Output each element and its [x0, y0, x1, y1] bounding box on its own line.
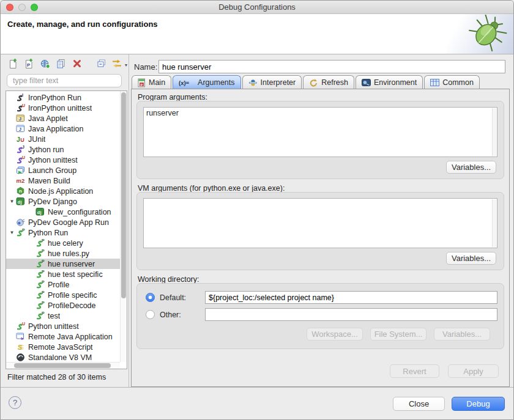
tab-label: Refresh: [321, 78, 348, 87]
tree-item-node-js-application[interactable]: nNode.js Application: [6, 186, 120, 196]
tab-refresh[interactable]: Refresh: [303, 75, 354, 89]
tab-interpreter[interactable]: Interpreter: [242, 75, 302, 89]
tree-item-label: Profile specific: [48, 291, 97, 300]
apply-button[interactable]: Apply: [448, 364, 499, 378]
textarea-scrollbar[interactable]: [492, 108, 496, 156]
pydev-gae-icon: [16, 218, 26, 227]
tree-item-python-run[interactable]: ▼ PPython Run: [6, 227, 120, 238]
new-prototype-icon: P: [24, 58, 35, 72]
duplicate-configuration-button[interactable]: [54, 59, 67, 71]
new-configuration-button[interactable]: [7, 59, 20, 71]
new-config-icon: [8, 58, 19, 72]
svg-text:U: U: [20, 137, 24, 143]
tree-item-label: test: [48, 312, 60, 320]
tree-item-junit[interactable]: JUJUnit: [6, 134, 120, 144]
revert-button[interactable]: Revert: [390, 364, 439, 378]
working-directory-label: Working directory:: [138, 275, 199, 284]
delete-icon: [72, 58, 83, 72]
tree-item-hue-celery[interactable]: Phue celery: [6, 238, 120, 248]
collapse-all-icon: [96, 58, 107, 72]
tree-item-python-unittest[interactable]: UPython unittest: [6, 321, 120, 331]
remote-javascript-icon: SS: [16, 342, 26, 352]
tree-item-jython-unittest[interactable]: UJython unittest: [6, 155, 120, 165]
tree-item-remote-java-application[interactable]: Remote Java Application: [6, 331, 120, 342]
refresh-tab-icon: [309, 78, 318, 87]
tab-main[interactable]: pMain: [132, 75, 171, 89]
dropdown-caret-icon[interactable]: ▾: [125, 62, 127, 68]
collapse-all-button[interactable]: [95, 59, 108, 71]
help-button[interactable]: ?: [9, 396, 21, 409]
titlebar[interactable]: Debug Configurations: [1, 1, 513, 14]
vm-arguments-variables-button[interactable]: Variables...: [446, 252, 496, 265]
tree-item-profiledecode[interactable]: PProfileDecode: [6, 300, 120, 311]
twisty-expanded-icon[interactable]: ▼: [8, 199, 16, 204]
tree-item-pydev-google-app-run[interactable]: PyDev Google App Run: [6, 217, 120, 227]
launch-group-icon: [16, 166, 26, 175]
tree-item-jython-run[interactable]: JJython run: [6, 144, 120, 155]
name-input[interactable]: [158, 60, 505, 73]
tree-item-profile-specific[interactable]: PProfile specific: [6, 290, 120, 300]
maven-build-icon: m2: [16, 176, 26, 185]
svg-text:P: P: [42, 249, 45, 253]
file-system-button[interactable]: File System...: [370, 328, 426, 341]
twisty-expanded-icon[interactable]: ▼: [8, 230, 16, 235]
python-run-icon: P: [35, 290, 45, 300]
arguments-tab-panel: Program arguments: runserver Variables..…: [131, 89, 510, 387]
svg-text:I: I: [22, 93, 23, 97]
tree-item-maven-build[interactable]: m2Maven Build: [6, 175, 120, 186]
other-directory-input[interactable]: [205, 308, 497, 321]
page-title: Create, manage, and run configurations: [7, 20, 158, 29]
textarea-scrollbar[interactable]: [492, 199, 496, 247]
panel-divider[interactable]: [128, 54, 129, 387]
delete-configuration-button[interactable]: [70, 59, 83, 71]
junit-icon: JU: [16, 134, 26, 144]
tree-item-new-configuration[interactable]: djNew_configuration: [6, 207, 120, 217]
close-button[interactable]: Close: [393, 397, 445, 411]
tab-arguments[interactable]: (x)=Arguments: [173, 75, 240, 89]
tab-common[interactable]: Common: [424, 75, 480, 89]
svg-text:dj: dj: [18, 199, 22, 205]
default-directory-input[interactable]: [205, 291, 497, 304]
tree-item-java-application[interactable]: JJava Application: [6, 123, 120, 134]
program-arguments-variables-button[interactable]: Variables...: [446, 161, 496, 174]
tree-item-launch-group[interactable]: Launch Group: [6, 165, 120, 175]
default-label: Default:: [160, 293, 194, 302]
tree-item-hue-rules-py[interactable]: Phue rules.py: [6, 248, 120, 259]
other-radio[interactable]: [146, 310, 155, 319]
tree-item-ironpython-run[interactable]: IIronPython Run: [6, 92, 120, 103]
duplicate-icon: [56, 58, 67, 72]
close-window-icon[interactable]: [6, 4, 13, 11]
python-unittest-icon: U: [16, 322, 26, 331]
tree-horizontal-scrollbar[interactable]: [6, 362, 120, 369]
vm-arguments-label: VM arguments (for python.exe or java.exe…: [138, 184, 285, 193]
tree-item-java-applet[interactable]: JJava Applet: [6, 113, 120, 123]
svg-text:J: J: [17, 136, 20, 143]
working-dir-variables-button[interactable]: Variables...: [434, 328, 490, 341]
new-prototype-button[interactable]: P: [23, 59, 35, 71]
filter-configurations-button[interactable]: [111, 59, 124, 71]
other-label: Other:: [160, 311, 194, 319]
jython-run-icon: J: [16, 145, 26, 154]
tab-environment[interactable]: Environment: [356, 75, 423, 89]
export-configurations-button[interactable]: [39, 59, 51, 71]
workspace-button[interactable]: Workspace...: [307, 328, 363, 341]
tree-vertical-scrollbar[interactable]: [120, 91, 127, 362]
zoom-window-icon[interactable]: [31, 4, 38, 11]
default-radio[interactable]: [146, 293, 155, 302]
tree-item-remote-javascript[interactable]: SSRemote JavaScript: [6, 342, 120, 352]
tree-item-ironpython-unittest[interactable]: UIronPython unittest: [6, 103, 120, 113]
footer-separator: [1, 387, 513, 388]
tree-item-pydev-django[interactable]: ▼djPyDev Django: [6, 196, 120, 207]
tree-item-hue-runserver[interactable]: Phue runserver: [6, 259, 120, 269]
tab-label: Main: [149, 78, 165, 87]
main-tab-icon: p: [138, 78, 146, 87]
debug-button[interactable]: Debug: [452, 397, 505, 411]
tree-item-profile[interactable]: PProfile: [6, 279, 120, 290]
tree-item-hue-test-specific[interactable]: Phue test specific: [6, 269, 120, 279]
tree-item-test[interactable]: Ptest: [6, 311, 120, 321]
program-arguments-textarea[interactable]: runserver: [143, 107, 497, 157]
tree-item-standalone-v8-vm[interactable]: Standalone V8 VM: [6, 352, 120, 363]
filter-input[interactable]: [7, 74, 122, 87]
java-applet-icon: J: [16, 114, 26, 123]
vm-arguments-textarea[interactable]: [143, 198, 497, 248]
